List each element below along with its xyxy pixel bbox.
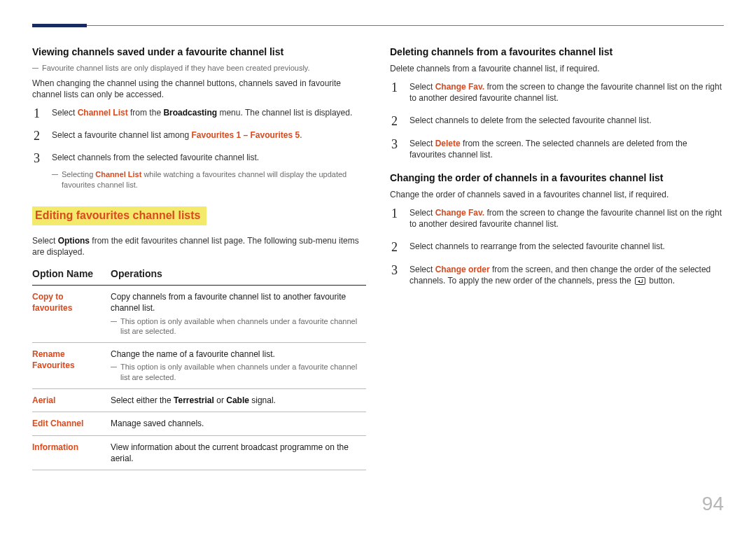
table-row: Copy to favourites Copy channels from a … [32, 286, 366, 343]
table-row: Aerial Select either the Terrestrial or … [32, 389, 366, 412]
option-desc: Manage saved channels. [111, 412, 366, 435]
step: Select Change order from the screen, and… [390, 264, 724, 286]
keyword: Terrestrial [174, 395, 214, 405]
body-text: Change the order of channels saved in a … [390, 189, 724, 200]
footnote: This option is only available when chann… [111, 362, 359, 383]
step-text: Select channels to delete from the selec… [410, 115, 652, 125]
step-text: Select a favourite channel list among [52, 130, 191, 140]
keyword: Delete [435, 139, 461, 148]
footnote: Favourite channel lists are only display… [32, 63, 366, 73]
option-name: Rename Favourites [32, 343, 111, 389]
keyword: Change Fav. [435, 82, 484, 92]
section-heading: Viewing channels saved under a favourite… [32, 45, 366, 59]
step-list: Select Change Fav. from the screen to ch… [390, 207, 724, 286]
keyword: – [241, 130, 250, 140]
enter-icon [635, 277, 645, 285]
option-name: Edit Channel [32, 412, 111, 435]
keyword: Channel List [95, 170, 141, 178]
desc-text: Copy channels from a favourite channel l… [111, 292, 346, 313]
step-list: Select Channel List from the Broadcastin… [32, 107, 366, 164]
desc-text: or [214, 395, 226, 405]
header-rule [32, 25, 724, 26]
keyword: Cable [226, 395, 249, 405]
table-row: Information View information about the c… [32, 435, 366, 470]
step: Select channels from the selected favour… [32, 152, 366, 163]
table-header-row: Option Name Operations [32, 265, 366, 285]
keyword: Channel List [78, 108, 128, 118]
section-heading: Changing the order of channels in a favo… [390, 171, 724, 185]
step-text: Select channels from the selected favour… [52, 153, 259, 162]
columns: Viewing channels saved under a favourite… [32, 45, 724, 470]
step: Select Channel List from the Broadcastin… [32, 107, 366, 118]
step-text: Select channels to rearrange from the se… [410, 241, 665, 251]
step: Select channels to delete from the selec… [390, 115, 724, 126]
keyword: Change Fav. [435, 208, 484, 218]
keyword: Favourites 5 [251, 130, 300, 140]
desc-text: Select either the [111, 395, 174, 405]
step: Select Change Fav. from the screen to ch… [390, 207, 724, 230]
option-name: Information [32, 435, 111, 470]
option-name: Aerial [32, 389, 111, 412]
option-desc: View information about the current broad… [111, 435, 366, 470]
body-text: Delete channels from a favourite channel… [390, 63, 724, 74]
step-text: Select [410, 139, 435, 148]
keyword: Change order [435, 265, 490, 274]
col-header: Operations [111, 265, 366, 285]
keyword: Options [58, 236, 90, 246]
text: Select [32, 236, 58, 246]
body-text: Select Options from the edit favourites … [32, 235, 366, 258]
keyword: Favourites 1 [191, 130, 241, 140]
right-column: Deleting channels from a favourites chan… [390, 45, 724, 470]
footnote: Selecting Channel List while watching a … [52, 169, 366, 190]
desc-text: Change the name of a favourite channel l… [111, 349, 275, 359]
step-text: Select [52, 108, 78, 118]
step-text: button. [647, 276, 675, 286]
step-text: Select [410, 265, 435, 274]
step: Select Delete from the screen. The selec… [390, 138, 724, 160]
step-text: Select [410, 208, 435, 218]
desc-text: signal. [249, 395, 276, 405]
option-desc: Copy channels from a favourite channel l… [111, 286, 366, 343]
note-text: Selecting [62, 170, 95, 178]
col-header: Option Name [32, 265, 111, 285]
step: Select a favourite channel list among Fa… [32, 129, 366, 141]
step-text: Select [410, 82, 435, 92]
option-name: Copy to favourites [32, 286, 111, 343]
option-desc: Select either the Terrestrial or Cable s… [111, 389, 366, 412]
page-number: 94 [702, 491, 724, 517]
keyword: Broadcasting [163, 108, 217, 118]
option-desc: Change the name of a favourite channel l… [111, 343, 366, 389]
footnote: This option is only available when chann… [111, 316, 359, 337]
step-text: menu. The channel list is displayed. [217, 108, 352, 118]
section-heading: Deleting channels from a favourites chan… [390, 45, 724, 59]
table-row: Edit Channel Manage saved channels. [32, 412, 366, 435]
step-text: from the [128, 108, 164, 118]
step-text: . [300, 130, 302, 140]
options-table: Option Name Operations Copy to favourite… [32, 265, 366, 470]
document-page: Viewing channels saved under a favourite… [0, 0, 756, 534]
left-column: Viewing channels saved under a favourite… [32, 45, 366, 470]
table-row: Rename Favourites Change the name of a f… [32, 343, 366, 389]
step: Select channels to rearrange from the se… [390, 241, 724, 252]
step-list: Select Change Fav. from the screen to ch… [390, 81, 724, 160]
highlighted-section-title: Editing favourites channel lists [32, 206, 206, 225]
body-text: When changing the channel using the chan… [32, 78, 366, 100]
step: Select Change Fav. from the screen to ch… [390, 81, 724, 104]
